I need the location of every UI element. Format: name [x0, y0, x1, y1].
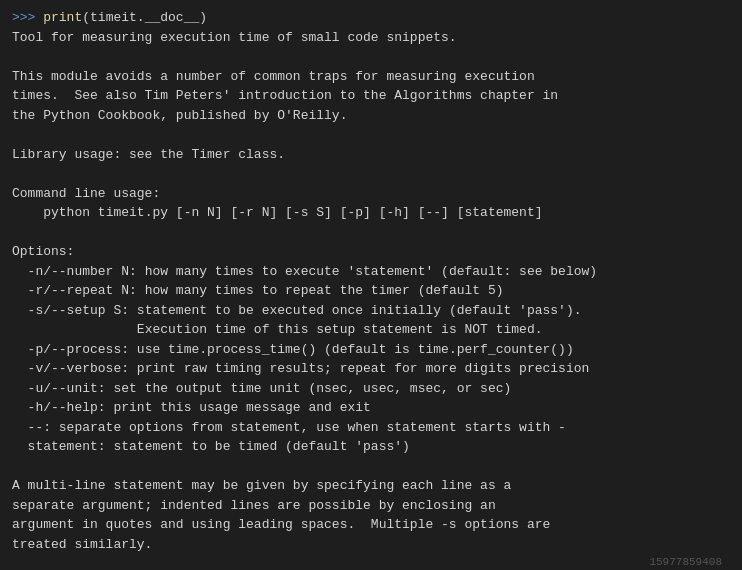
output-text: This module avoids a number of common tr… [12, 67, 730, 126]
code-line: >>> print(timeit.__doc__) [12, 8, 730, 28]
terminal-window: >>> print(timeit.__doc__)Tool for measur… [12, 8, 730, 570]
blank-line [12, 47, 730, 67]
blank-line [12, 164, 730, 184]
blank-line [12, 457, 730, 477]
output-text: Tool for measuring execution time of sma… [12, 28, 730, 48]
output-text: Options: -n/--number N: how many times t… [12, 242, 730, 457]
watermark: 15977859408 [649, 554, 722, 571]
blank-line [12, 223, 730, 243]
blank-line [12, 554, 730, 570]
blank-line [12, 125, 730, 145]
output-text: A multi-line statement may be given by s… [12, 476, 730, 554]
content-area: >>> print(timeit.__doc__)Tool for measur… [12, 8, 730, 570]
output-text: Command line usage: python timeit.py [-n… [12, 184, 730, 223]
output-text: Library usage: see the Timer class. [12, 145, 730, 165]
